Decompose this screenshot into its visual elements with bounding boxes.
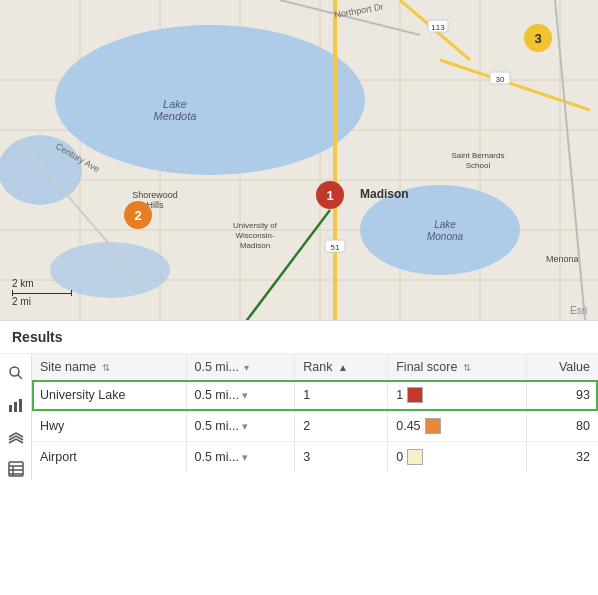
cell-rank: 1 — [295, 380, 388, 411]
score-swatch — [407, 387, 423, 403]
col-header-value: Value — [526, 354, 598, 380]
results-table-wrapper: Site name ⇅ 0.5 mi... ▾ Rank ▲ Final s — [32, 354, 598, 480]
results-header: Results — [0, 321, 598, 354]
cell-site-name: Airport — [32, 442, 186, 473]
svg-rect-51 — [14, 402, 17, 412]
bar-chart-icon[interactable] — [5, 394, 27, 416]
col-header-distance[interactable]: 0.5 mi... ▾ — [186, 354, 295, 380]
svg-rect-52 — [19, 399, 22, 412]
sort-distance-dropdown: ▾ — [244, 362, 249, 373]
svg-text:Lake: Lake — [434, 219, 456, 230]
map-marker-2[interactable]: 2 — [124, 201, 152, 229]
cell-final-score: 0.45 — [388, 411, 526, 442]
table-header-row: Site name ⇅ 0.5 mi... ▾ Rank ▲ Final s — [32, 354, 598, 380]
distance-dropdown-icon: ▾ — [242, 451, 248, 463]
svg-point-14 — [55, 25, 365, 175]
svg-text:Wisconsin-: Wisconsin- — [235, 231, 274, 240]
table-row[interactable]: Hwy0.5 mi... ▾20.4580 — [32, 411, 598, 442]
col-header-final-score[interactable]: Final score ⇅ — [388, 354, 526, 380]
layer-icon[interactable] — [5, 426, 27, 448]
svg-point-16 — [0, 135, 82, 205]
results-body: Site name ⇅ 0.5 mi... ▾ Rank ▲ Final s — [0, 354, 598, 480]
col-header-rank[interactable]: Rank ▲ — [295, 354, 388, 380]
table-row[interactable]: Airport0.5 mi... ▾3032 — [32, 442, 598, 473]
results-table-body: University Lake0.5 mi... ▾1193Hwy0.5 mi.… — [32, 380, 598, 472]
results-table: Site name ⇅ 0.5 mi... ▾ Rank ▲ Final s — [32, 354, 598, 472]
svg-text:University of: University of — [233, 221, 278, 230]
cell-final-score: 1 — [388, 380, 526, 411]
map-area: 51 113 30 Northport Dr Lake Mendota Lake… — [0, 0, 598, 320]
cell-value: 80 — [526, 411, 598, 442]
sort-site-name-icon: ⇅ — [102, 362, 110, 373]
results-panel: Results — [0, 320, 598, 480]
svg-text:Lake: Lake — [163, 98, 187, 110]
cell-final-score: 0 — [388, 442, 526, 473]
svg-text:Menona: Menona — [546, 254, 579, 264]
icon-sidebar — [0, 354, 32, 480]
svg-text:51: 51 — [331, 243, 340, 252]
cell-distance[interactable]: 0.5 mi... ▾ — [186, 411, 295, 442]
svg-point-48 — [10, 367, 19, 376]
cell-rank: 3 — [295, 442, 388, 473]
svg-text:Esri: Esri — [570, 305, 587, 316]
score-swatch — [407, 449, 423, 465]
svg-text:Shorewood: Shorewood — [132, 190, 178, 200]
svg-text:Monona: Monona — [427, 231, 464, 242]
scale-km-label: 2 km — [12, 278, 72, 289]
score-value: 0.45 — [396, 419, 420, 433]
svg-text:113: 113 — [431, 23, 445, 32]
map-marker-3[interactable]: 3 — [524, 24, 552, 52]
svg-text:Mendota: Mendota — [154, 110, 197, 122]
scale-mi-label: 2 mi — [12, 296, 72, 307]
score-value: 1 — [396, 388, 403, 402]
table-icon[interactable] — [5, 458, 27, 480]
distance-dropdown-icon: ▾ — [242, 420, 248, 432]
sort-rank-icon: ▲ — [338, 362, 348, 373]
cell-value: 93 — [526, 380, 598, 411]
svg-text:Madison: Madison — [240, 241, 270, 250]
svg-text:School: School — [466, 161, 491, 170]
cell-distance[interactable]: 0.5 mi... ▾ — [186, 380, 295, 411]
cell-distance[interactable]: 0.5 mi... ▾ — [186, 442, 295, 473]
svg-rect-50 — [9, 405, 12, 412]
svg-text:Saint Bernards: Saint Bernards — [452, 151, 505, 160]
map-marker-1[interactable]: 1 — [316, 181, 344, 209]
svg-line-49 — [18, 375, 22, 379]
distance-dropdown-icon: ▾ — [242, 389, 248, 401]
sort-final-score-icon: ⇅ — [463, 362, 471, 373]
search-icon[interactable] — [5, 362, 27, 384]
score-value: 0 — [396, 450, 403, 464]
col-header-site-name[interactable]: Site name ⇅ — [32, 354, 186, 380]
table-row[interactable]: University Lake0.5 mi... ▾1193 — [32, 380, 598, 411]
cell-rank: 2 — [295, 411, 388, 442]
cell-site-name: Hwy — [32, 411, 186, 442]
scale-bar: 2 km 2 mi — [12, 278, 72, 308]
svg-text:Madison: Madison — [360, 187, 409, 201]
score-swatch — [425, 418, 441, 434]
cell-site-name: University Lake — [32, 380, 186, 411]
svg-text:30: 30 — [496, 75, 505, 84]
cell-value: 32 — [526, 442, 598, 473]
